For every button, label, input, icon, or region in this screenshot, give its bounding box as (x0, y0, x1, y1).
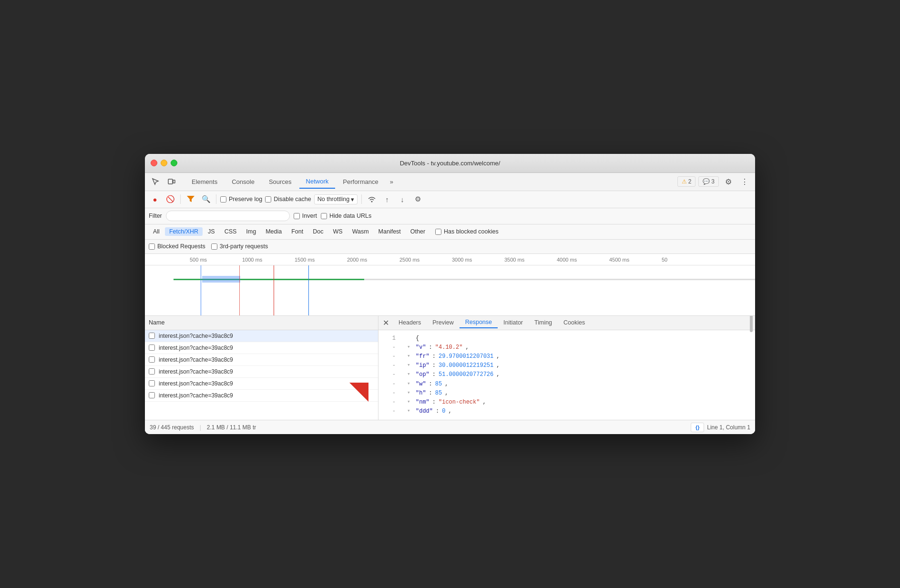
download-icon[interactable]: ↓ (396, 193, 409, 205)
device-toolbar-icon[interactable] (165, 175, 178, 188)
expand-4[interactable]: ▾ (407, 361, 413, 370)
tab-elements[interactable]: Elements (185, 175, 224, 188)
expand-3[interactable]: ▾ (407, 352, 413, 361)
panel-tab-preview[interactable]: Preview (427, 317, 459, 328)
blocked-requests-input[interactable] (149, 243, 155, 250)
options-bar: Blocked Requests 3rd-party requests (145, 240, 755, 254)
tab-more-icon[interactable]: » (386, 175, 397, 188)
type-img[interactable]: Img (242, 227, 260, 236)
disable-cache-checkbox[interactable]: Disable cache (265, 196, 311, 203)
network-settings-icon[interactable]: ⚙ (411, 193, 424, 205)
expand-7[interactable]: ▾ (407, 389, 413, 397)
req-checkbox-3[interactable] (149, 368, 155, 375)
format-button[interactable]: {} (691, 423, 704, 432)
invert-input[interactable] (294, 213, 300, 219)
throttle-label: No throttling (317, 196, 349, 203)
messages-badge[interactable]: 💬 3 (698, 176, 719, 187)
panel-tab-headers[interactable]: Headers (393, 317, 427, 328)
response-content[interactable]: 1 - - - - - - - - { (378, 330, 755, 420)
preserve-log-checkbox[interactable]: Preserve log (220, 196, 262, 203)
tick-10: 50 (660, 257, 712, 265)
line-num-3: - (380, 352, 396, 361)
more-options-icon[interactable]: ⋮ (738, 175, 751, 188)
line-num-8: - (380, 398, 396, 407)
type-doc[interactable]: Doc (308, 227, 327, 236)
type-css[interactable]: CSS (220, 227, 241, 236)
throttle-select[interactable]: No throttling ▾ (314, 194, 358, 204)
window-title: DevTools - tv.youtube.com/welcome/ (400, 160, 501, 167)
filter-bar: Filter Invert Hide data URLs (145, 208, 755, 224)
expand-5[interactable]: ▾ (407, 370, 413, 379)
expand-2[interactable]: ▾ (407, 343, 413, 352)
network-timeline[interactable]: 500 ms 1000 ms 1500 ms 2000 ms 2500 ms 3… (145, 254, 755, 316)
filter-icon[interactable] (184, 193, 197, 205)
messages-count: 3 (711, 178, 715, 185)
type-wasm[interactable]: Wasm (348, 227, 373, 236)
line-num-6: - (380, 380, 396, 389)
hide-data-urls-input[interactable] (321, 213, 327, 219)
third-party-input[interactable] (211, 243, 217, 250)
panel-close-button[interactable]: ✕ (380, 317, 391, 328)
tick-3: 1500 ms (293, 257, 345, 265)
expand-9[interactable]: ▾ (407, 407, 413, 416)
svg-rect-1 (173, 180, 175, 183)
tab-sources[interactable]: Sources (262, 175, 298, 188)
req-checkbox-2[interactable] (149, 356, 155, 363)
preserve-log-label: Preserve log (229, 196, 262, 203)
req-checkbox-4[interactable] (149, 380, 155, 386)
req-checkbox-1[interactable] (149, 345, 155, 351)
request-item-4[interactable]: interest.json?cache=39ac8c9 (145, 378, 378, 390)
request-item-5[interactable]: interest.json?cache=39ac8c9 (145, 390, 378, 402)
panel-tab-cookies[interactable]: Cookies (558, 317, 591, 328)
type-all[interactable]: All (149, 227, 164, 236)
search-icon[interactable]: 🔍 (200, 193, 212, 205)
inspect-element-icon[interactable] (149, 175, 162, 188)
tab-performance[interactable]: Performance (336, 175, 385, 188)
request-item-2[interactable]: interest.json?cache=39ac8c9 (145, 354, 378, 366)
tick-0 (145, 257, 188, 265)
expand-8[interactable]: ▾ (407, 398, 413, 406)
type-manifest[interactable]: Manifest (374, 227, 405, 236)
svg-marker-2 (349, 383, 368, 402)
panel-tab-initiator[interactable]: Initiator (498, 317, 529, 328)
req-checkbox-5[interactable] (149, 392, 155, 398)
close-button[interactable] (151, 160, 157, 166)
preserve-log-input[interactable] (220, 196, 226, 203)
maximize-button[interactable] (171, 160, 177, 166)
panel-tab-timing[interactable]: Timing (529, 317, 558, 328)
request-item-0[interactable]: interest.json?cache=39ac8c9 (145, 330, 378, 342)
expand-6[interactable]: ▾ (407, 380, 413, 388)
minimize-button[interactable] (161, 160, 167, 166)
type-other[interactable]: Other (406, 227, 430, 236)
hide-data-urls-checkbox[interactable]: Hide data URLs (321, 213, 371, 219)
disable-cache-input[interactable] (265, 196, 271, 203)
type-fetch-xhr[interactable]: Fetch/XHR (165, 227, 203, 236)
clear-button[interactable]: 🚫 (164, 193, 176, 205)
devtools-panel: Elements Console Sources Network Perform… (145, 173, 755, 435)
blocked-cookies-checkbox[interactable]: Has blocked cookies (435, 228, 499, 235)
wifi-icon[interactable] (366, 193, 378, 205)
type-media[interactable]: Media (261, 227, 286, 236)
settings-icon[interactable]: ⚙ (722, 175, 735, 188)
third-party-checkbox[interactable]: 3rd-party requests (211, 243, 268, 250)
tab-network[interactable]: Network (299, 175, 336, 189)
req-checkbox-0[interactable] (149, 333, 155, 339)
record-button[interactable]: ● (149, 193, 161, 205)
request-item-3[interactable]: interest.json?cache=39ac8c9 (145, 366, 378, 378)
req-name-1: interest.json?cache=39ac8c9 (159, 345, 233, 351)
warnings-badge[interactable]: ⚠ 2 (677, 176, 696, 187)
request-item-1[interactable]: interest.json?cache=39ac8c9 (145, 342, 378, 354)
req-name-2: interest.json?cache=39ac8c9 (159, 356, 233, 363)
type-font[interactable]: Font (287, 227, 307, 236)
filter-input[interactable] (166, 211, 290, 221)
blocked-requests-checkbox[interactable]: Blocked Requests (149, 243, 205, 250)
tab-console[interactable]: Console (225, 175, 261, 188)
panel-tab-response[interactable]: Response (460, 317, 498, 328)
upload-icon[interactable]: ↑ (381, 193, 393, 205)
type-js[interactable]: JS (204, 227, 219, 236)
request-count: 39 / 445 requests (150, 424, 194, 431)
type-ws[interactable]: WS (328, 227, 347, 236)
invert-checkbox[interactable]: Invert (294, 213, 317, 219)
blocked-cookies-input[interactable] (435, 229, 441, 235)
request-items[interactable]: interest.json?cache=39ac8c9 interest.jso… (145, 330, 378, 420)
